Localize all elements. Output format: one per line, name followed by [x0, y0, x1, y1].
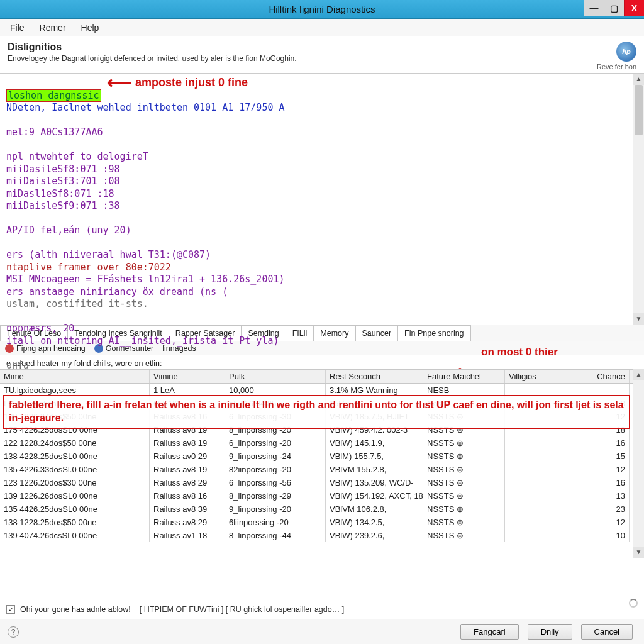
table-row[interactable]: 123 1226.20dos$30 00neRailuss av8 296_li…	[0, 476, 644, 489]
fangcarl-button[interactable]: Fangcarl	[460, 624, 519, 640]
cell: 82iinporssing -20	[225, 463, 326, 476]
cell: VBlM) 155.7.5,	[326, 450, 423, 463]
cell: 139 4074.26dcsSL0 00ne	[0, 529, 150, 542]
col-fature[interactable]: Fature Maichel	[423, 370, 505, 383]
diagnostics-console-wrap: ⟵ amposte injust 0 fine loshon dangnssic…	[0, 74, 644, 325]
cell: 16	[580, 436, 630, 450]
table-row[interactable]: 135 4226.33dosSl.0 00neRailuss av8 1982i…	[0, 463, 644, 476]
scroll-down-icon[interactable]: ▼	[633, 313, 644, 325]
cell: 9_linporssing -20	[225, 502, 326, 516]
window-title: Hilltink Iignini Diagnostics	[269, 4, 375, 14]
cell: 12	[580, 463, 630, 476]
checkbox[interactable]: ✓	[6, 605, 15, 614]
cell: 13	[580, 489, 630, 502]
table-row[interactable]: 138 4228.25dosSL0 00neRailuss av0 299_li…	[0, 450, 644, 463]
cell: VBlW) 145.1.9,	[326, 436, 423, 450]
cell: NSSTS ⊜	[423, 502, 505, 516]
annotation-right: on most 0 thier	[481, 346, 558, 358]
cell: 23	[580, 502, 630, 516]
cell: 135 4226.33dosSl.0 00ne	[0, 463, 150, 476]
cell: NSSTS ⊜	[423, 516, 505, 529]
cell: NSSTS ⊜	[423, 436, 505, 450]
col-chance[interactable]: Chance	[580, 370, 630, 383]
hp-logo-icon: hp	[616, 42, 636, 62]
cell: VBlVM 155.2.8,	[326, 463, 423, 476]
page-subtitle: Enovelogey the Dagnat lonigigt defenced …	[8, 54, 297, 63]
minimize-button[interactable]: —	[584, 0, 604, 16]
cell	[505, 489, 580, 502]
grid-scroll-up-icon[interactable]: ▲	[633, 369, 644, 380]
cell: 122 1228.24dos$50 00ne	[0, 436, 150, 450]
cell: VBlW) 239.2.6,	[326, 529, 423, 542]
scroll-up-icon[interactable]: ▲	[633, 74, 644, 85]
menu-file[interactable]: File	[3, 20, 32, 35]
table-row[interactable]: 139 1226.26dosSL0 00neRailuss av8 168_li…	[0, 489, 644, 502]
scroll-thumb[interactable]	[635, 85, 643, 135]
menu-help[interactable]: Help	[74, 20, 107, 35]
cell: VBlW) 135.209, WC/D-	[326, 476, 423, 489]
page-header: Dislignitios Enovelogey the Dagnat lonig…	[0, 36, 644, 74]
cell: Railuss av8 29	[150, 516, 225, 529]
cell	[505, 450, 580, 463]
cell: Railuss av0 29	[150, 450, 225, 463]
grid-body: fabletlerd lhere, filll a-in frelan tet …	[0, 384, 644, 542]
cell: 6_linporssing -20	[225, 436, 326, 450]
table-row[interactable]: 135 4426.25dosSL0 00neRailuss av8 399_li…	[0, 502, 644, 516]
close-button[interactable]: X	[624, 0, 644, 16]
table-row[interactable]: 139 4074.26dcsSL0 00neRailuss av1 188_li…	[0, 529, 644, 542]
dniiy-button[interactable]: Dniiy	[528, 624, 572, 640]
annotation-top: ⟵ amposte injust 0 fine	[107, 76, 248, 89]
cell: NSSTS ⊜	[423, 476, 505, 489]
grid-scroll-down-icon[interactable]: ▼	[633, 547, 644, 558]
grid-header: Mime Viinine Pulk Rest Seconch Fature Ma…	[0, 369, 644, 384]
cell	[505, 463, 580, 476]
cell: 15	[580, 450, 630, 463]
checkbox-label: Ohi your gone has adnle ablow!	[20, 605, 131, 614]
table-row[interactable]: 138 1228.25dos$50 00neRailuss av8 296lii…	[0, 516, 644, 529]
cell: 16	[580, 476, 630, 489]
cell: NSSTS ⊜	[423, 463, 505, 476]
window-titlebar: Hilltink Iignini Diagnostics — ▢ X	[0, 0, 644, 19]
cell: NSSTS ⊜	[423, 450, 505, 463]
cell: VBlVM 106.2.8,	[326, 502, 423, 516]
diagnostics-console[interactable]: loshon dangnssic NDeten, Iaclnet wehled …	[0, 74, 644, 375]
cell: NSSTS ⊜	[423, 489, 505, 502]
help-icon[interactable]: ?	[8, 626, 19, 638]
cell	[505, 502, 580, 516]
cell: 123 1226.20dos$30 00ne	[0, 476, 150, 489]
action-row: ? Fangcarl Dniiy Cancel	[0, 619, 644, 644]
cell: 12	[580, 516, 630, 529]
link-htpiem[interactable]: HTPIEM OF FUWTini	[144, 605, 219, 614]
annotation-redbox: fabletlerd lhere, filll a-in frelan tet …	[3, 395, 630, 429]
cell: Railuss av8 19	[150, 436, 225, 450]
col-villigios[interactable]: Villigios	[505, 370, 580, 383]
console-highlight: loshon dangnssic	[6, 89, 101, 102]
brand-subtext: Reve fer bon	[597, 63, 636, 70]
cell: NSSTS ⊜	[423, 529, 505, 542]
cell: 139 1226.26dosSL0 00ne	[0, 489, 150, 502]
link-ru[interactable]: RU ghick lol ospenailler agdo…	[230, 605, 340, 614]
cell: 6_linporssing -56	[225, 476, 326, 489]
cell: 138 4228.25dosSL0 00ne	[0, 450, 150, 463]
brand-badge: hp Reve fer bon	[597, 42, 636, 70]
cell: 6liinporssing -20	[225, 516, 326, 529]
maximize-button[interactable]: ▢	[604, 0, 624, 16]
cell: 9_linporssing -24	[225, 450, 326, 463]
cancel-button[interactable]: Cancel	[581, 624, 633, 640]
col-rest[interactable]: Rest Seconch	[326, 370, 423, 383]
cell: VBlW) 154.192, AXCT, 18B	[326, 489, 423, 502]
cell: Railuss av8 16	[150, 489, 225, 502]
table-row[interactable]: 122 1228.24dos$50 00neRailuss av8 196_li…	[0, 436, 644, 450]
console-scrollbar[interactable]: ▲ ▼	[633, 74, 644, 325]
grid-scrollbar[interactable]: ▲ ▼	[633, 369, 644, 558]
cell: Railuss av8 19	[150, 463, 225, 476]
col-pulk[interactable]: Pulk	[225, 370, 326, 383]
cell: 10	[580, 529, 630, 542]
cell: 8_linporssing -44	[225, 529, 326, 542]
cell	[505, 436, 580, 450]
col-viinine[interactable]: Viinine	[150, 370, 225, 383]
cell: Railuss av1 18	[150, 529, 225, 542]
menu-remer[interactable]: Remer	[32, 20, 74, 35]
menu-bar: File Remer Help	[0, 19, 644, 36]
col-mime[interactable]: Mime	[0, 370, 150, 383]
